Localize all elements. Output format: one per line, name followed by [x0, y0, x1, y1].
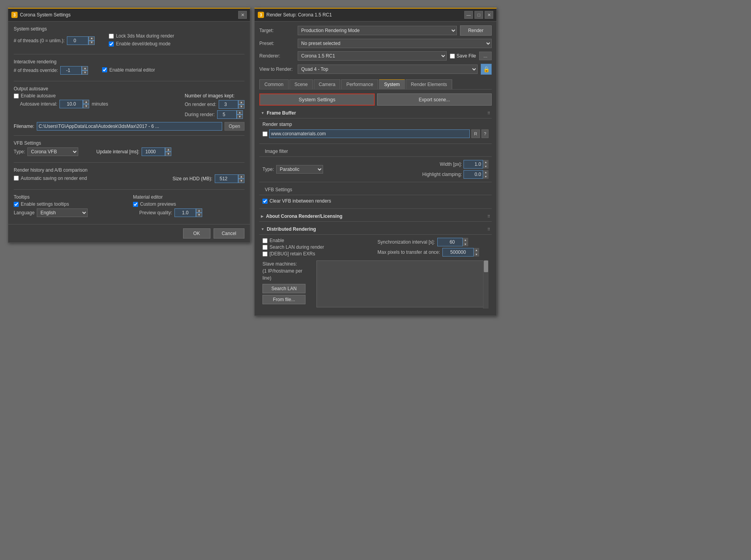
width-up-btn[interactable]: ▲ [483, 160, 489, 164]
threads-down-btn[interactable]: ▼ [88, 41, 95, 45]
highlight-input[interactable] [464, 170, 483, 179]
tab-performance[interactable]: Performance [341, 79, 378, 89]
sync-interval-input[interactable] [437, 238, 463, 246]
during-render-up-btn[interactable]: ▲ [237, 110, 243, 115]
system-settings-button[interactable]: System Settings [259, 93, 375, 106]
preset-dropdown[interactable]: No preset selected [298, 39, 492, 48]
during-render-down-btn[interactable]: ▼ [237, 115, 243, 119]
threads-override-down-btn[interactable]: ▼ [82, 70, 88, 75]
during-render-input[interactable] [217, 110, 237, 119]
language-dropdown[interactable]: English [37, 208, 88, 217]
clear-vfb-label[interactable]: Clear VFB inbetween renders [269, 198, 331, 204]
update-interval-spinner[interactable]: ▲ ▼ [142, 147, 171, 156]
max-pixels-down-btn[interactable]: ▼ [474, 252, 479, 257]
threads-override-input[interactable] [60, 66, 82, 75]
size-hdd-spinner[interactable]: ▲ ▼ [215, 174, 244, 183]
sync-interval-spinner[interactable]: ▲ ▼ [437, 238, 468, 246]
tab-camera[interactable]: Camera [314, 79, 341, 89]
auto-save-label[interactable]: Automatic saving on render end [21, 176, 87, 181]
preview-quality-down-btn[interactable]: ▼ [196, 213, 202, 217]
autosave-up-btn[interactable]: ▲ [83, 100, 89, 104]
preview-quality-spinner[interactable]: ▲ ▼ [174, 208, 202, 217]
dist-enable-checkbox[interactable] [262, 238, 268, 243]
search-lan-button[interactable]: Search LAN [262, 284, 305, 293]
render-stamp-input[interactable] [269, 129, 470, 138]
enable-debug-label[interactable]: Enable devel/debug mode [116, 41, 170, 47]
render-stamp-q-button[interactable]: ? [482, 129, 489, 138]
restore-button[interactable]: □ [474, 11, 483, 19]
frame-buffer-header[interactable]: ▼ Frame Buffer ⠿ [259, 108, 492, 118]
render-stamp-checkbox[interactable] [262, 131, 268, 136]
threads-spinner[interactable]: ▲ ▼ [67, 36, 95, 45]
debug-retain-label[interactable]: [DEBUG] retain EXRs [269, 251, 315, 257]
cancel-button[interactable]: Cancel [214, 228, 244, 239]
render-close-button[interactable]: ✕ [485, 11, 493, 19]
close-button[interactable]: ✕ [238, 11, 247, 19]
search-lan-during-render-label[interactable]: Search LAN during render [269, 244, 324, 250]
width-down-btn[interactable]: ▼ [483, 164, 489, 169]
lock-3dsmax-label[interactable]: Lock 3ds Max during render [116, 33, 174, 39]
sync-interval-down-btn[interactable]: ▼ [463, 242, 468, 246]
preview-quality-input[interactable] [174, 208, 196, 217]
lock-button[interactable]: 🔒 [481, 64, 492, 75]
clear-vfb-checkbox[interactable] [262, 199, 268, 204]
sync-interval-up-btn[interactable]: ▲ [463, 238, 468, 242]
autosave-down-btn[interactable]: ▼ [83, 104, 89, 108]
material-editor-checkbox[interactable] [102, 67, 107, 72]
highlight-up-btn[interactable]: ▲ [483, 170, 489, 174]
on-render-end-down-btn[interactable]: ▼ [238, 104, 244, 109]
image-filter-type-dropdown[interactable]: Parabolic [276, 165, 323, 174]
ok-button[interactable]: OK [183, 228, 210, 239]
tab-render-elements[interactable]: Render Elements [406, 79, 452, 89]
update-interval-input[interactable] [142, 147, 165, 156]
size-hdd-up-btn[interactable]: ▲ [238, 174, 244, 179]
enable-debug-checkbox[interactable] [109, 41, 114, 47]
on-render-end-up-btn[interactable]: ▲ [238, 100, 244, 104]
enable-tooltips-label[interactable]: Enable settings tooltips [21, 201, 69, 207]
tab-scene[interactable]: Scene [289, 79, 313, 89]
max-pixels-up-btn[interactable]: ▲ [474, 248, 479, 252]
width-spinner[interactable]: ▲ ▼ [464, 160, 489, 169]
dist-enable-label[interactable]: Enable [269, 238, 284, 243]
renderer-dropdown[interactable]: Corona 1.5 RC1 [298, 51, 447, 61]
highlight-down-btn[interactable]: ▼ [483, 174, 489, 179]
from-file-button[interactable]: From file... [262, 295, 305, 304]
filename-input[interactable] [37, 122, 222, 131]
auto-save-checkbox[interactable] [14, 176, 19, 181]
enable-autosave-label[interactable]: Enable autosave [21, 93, 56, 99]
autosave-interval-input[interactable] [59, 100, 83, 108]
view-to-render-dropdown[interactable]: Quad 4 - Top [298, 65, 478, 74]
max-pixels-input[interactable] [442, 248, 474, 257]
about-corona-header[interactable]: ▶ About Corona Renderer/Licensing ⠿ [259, 211, 492, 222]
during-render-spinner[interactable]: ▲ ▼ [217, 110, 243, 119]
enable-tooltips-checkbox[interactable] [14, 202, 19, 207]
threads-override-spinner[interactable]: ▲ ▼ [60, 66, 88, 75]
on-render-end-spinner[interactable]: ▲ ▼ [219, 100, 244, 109]
update-interval-up-btn[interactable]: ▲ [165, 147, 171, 152]
tab-system[interactable]: System [379, 79, 405, 89]
max-pixels-spinner[interactable]: ▲ ▼ [442, 248, 479, 257]
size-hdd-down-btn[interactable]: ▼ [238, 179, 244, 183]
minimize-button[interactable]: — [464, 11, 473, 19]
distributed-rendering-header[interactable]: ▼ Distributed Rendering ⠿ [259, 224, 492, 235]
threads-up-btn[interactable]: ▲ [88, 36, 95, 41]
export-scene-button[interactable]: Export scene... [377, 93, 492, 106]
lock-3dsmax-checkbox[interactable] [109, 34, 114, 39]
target-dropdown[interactable]: Production Rendering Mode [298, 26, 457, 35]
custom-previews-label[interactable]: Custom previews [140, 201, 176, 207]
threads-input[interactable] [67, 36, 88, 45]
autosave-interval-spinner[interactable]: ▲ ▼ [59, 100, 89, 108]
update-interval-down-btn[interactable]: ▼ [165, 152, 171, 156]
save-file-label[interactable]: Save File [456, 53, 476, 59]
slave-textarea[interactable] [316, 260, 489, 307]
width-input[interactable] [464, 160, 483, 169]
render-button[interactable]: Render [460, 25, 492, 36]
material-editor-label[interactable]: Enable material editor [109, 67, 155, 73]
enable-autosave-checkbox[interactable] [14, 93, 19, 99]
open-button[interactable]: Open [225, 122, 244, 131]
custom-previews-checkbox[interactable] [133, 202, 138, 207]
render-stamp-r-button[interactable]: R [471, 129, 480, 138]
ellipsis-button[interactable]: ... [479, 52, 492, 60]
debug-retain-checkbox[interactable] [262, 251, 268, 257]
vfb-type-dropdown[interactable]: Corona VFB [27, 147, 78, 156]
